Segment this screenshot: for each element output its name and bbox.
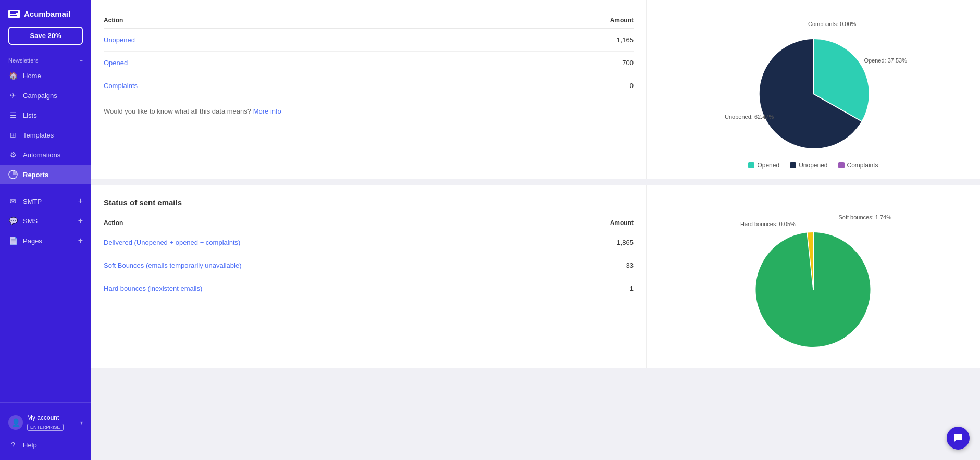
enterprise-badge: ENTERPRISE bbox=[27, 424, 64, 431]
action-cell: Opened bbox=[104, 52, 416, 74]
svg-rect-2 bbox=[10, 15, 17, 16]
action-cell: Delivered (Unopened + opened + complaint… bbox=[104, 231, 556, 254]
pages-label: Pages bbox=[23, 237, 42, 245]
legend-unopened-label: Unopened bbox=[799, 161, 827, 169]
sidebar-label-reports: Reports bbox=[23, 171, 48, 179]
sidebar-label-campaigns: Campaigns bbox=[23, 92, 57, 100]
action-cell: Complaints bbox=[104, 74, 416, 97]
bottom-table-section: Status of sent emails Action Amount Deli… bbox=[91, 185, 647, 368]
home-icon: 🏠 bbox=[8, 71, 18, 80]
top-col1-header: Action bbox=[104, 13, 416, 29]
table-row: Hard bounces (inexistent emails)1 bbox=[104, 277, 634, 300]
amount-cell: 0 bbox=[416, 74, 634, 97]
table-row: Delivered (Unopened + opened + complaint… bbox=[104, 231, 634, 254]
table-row: Opened700 bbox=[104, 52, 634, 74]
sidebar-label-automations: Automations bbox=[23, 151, 60, 159]
app-name: Acumbamail bbox=[24, 9, 70, 18]
save-button[interactable]: Save 20% bbox=[8, 27, 83, 45]
sidebar-item-home[interactable]: 🏠 Home bbox=[0, 66, 91, 85]
pie-chart-2 bbox=[730, 206, 897, 357]
smtp-expand-icon: + bbox=[78, 196, 83, 206]
account-avatar: 👤 bbox=[8, 415, 23, 430]
sidebar: Acumbamail Save 20% Newsletters − 🏠 Home… bbox=[0, 0, 91, 460]
sidebar-item-lists[interactable]: ☰ Lists bbox=[0, 105, 91, 125]
table-row: Complaints0 bbox=[104, 74, 634, 97]
app-logo: Acumbamail bbox=[0, 0, 91, 24]
legend-opened: Opened bbox=[748, 161, 779, 169]
bottom-col1-header: Action bbox=[104, 215, 556, 231]
legend-unopened: Unopened bbox=[790, 161, 827, 169]
pie-chart-1-wrapper: Complaints: 0.00% Opened: 37.53% Unopene… bbox=[730, 16, 897, 161]
table-row: Soft Bounces (emails temporarily unavail… bbox=[104, 254, 634, 277]
campaigns-icon: ✈ bbox=[8, 91, 18, 100]
svg-rect-1 bbox=[10, 13, 16, 14]
pie1-label-unopened: Unopened: 62.47% bbox=[725, 114, 774, 120]
sidebar-item-smtp[interactable]: ✉ SMTP + bbox=[0, 191, 91, 211]
sidebar-item-sms[interactable]: 💬 SMS + bbox=[0, 211, 91, 231]
pie-chart-2-wrapper: Soft bounces: 1.74% Hard bounces: 0.05% bbox=[730, 206, 897, 357]
smtp-label: SMTP bbox=[23, 197, 42, 205]
top-chart-section: Complaints: 0.00% Opened: 37.53% Unopene… bbox=[647, 0, 980, 179]
sidebar-item-automations[interactable]: ⚙ Automations bbox=[0, 145, 91, 165]
my-account-section[interactable]: 👤 My account ENTERPRISE ▾ bbox=[0, 409, 91, 436]
sidebar-label-templates: Templates bbox=[23, 131, 54, 139]
pie2-label-hardbounces: Hard bounces: 0.05% bbox=[740, 221, 796, 227]
amount-cell: 700 bbox=[416, 52, 634, 74]
legend-opened-dot bbox=[748, 162, 754, 168]
pie1-label-opened: Opened: 37.53% bbox=[864, 57, 907, 64]
sidebar-label-home: Home bbox=[23, 72, 41, 80]
sidebar-section: Newsletters − bbox=[0, 53, 91, 66]
pie1-label-complaints: Complaints: 0.00% bbox=[808, 21, 856, 27]
collapse-icon[interactable]: − bbox=[80, 57, 83, 64]
top-section: Action Amount Unopened1,165Opened700Comp… bbox=[91, 0, 980, 179]
sms-label: SMS bbox=[23, 217, 38, 225]
amount-cell: 33 bbox=[556, 254, 634, 277]
bottom-section: Status of sent emails Action Amount Deli… bbox=[91, 185, 980, 368]
pie-chart-1 bbox=[730, 16, 897, 161]
sidebar-item-templates[interactable]: ⊞ Templates bbox=[0, 125, 91, 145]
table-row: Unopened1,165 bbox=[104, 29, 634, 52]
pie2-label-softbounces: Soft bounces: 1.74% bbox=[838, 214, 891, 220]
legend-complaints-dot bbox=[838, 162, 845, 168]
legend-unopened-dot bbox=[790, 162, 796, 168]
section-label: Newsletters bbox=[8, 57, 38, 64]
account-name: My account bbox=[27, 414, 76, 421]
amount-cell: 1,865 bbox=[556, 231, 634, 254]
bottom-section-title: Status of sent emails bbox=[104, 198, 634, 207]
action-cell: Hard bounces (inexistent emails) bbox=[104, 277, 556, 300]
logo-icon bbox=[8, 10, 20, 18]
info-text-label: Would you like to know what all this dat… bbox=[104, 107, 251, 115]
bottom-col2-header: Amount bbox=[556, 215, 634, 231]
help-item[interactable]: ? Help bbox=[0, 436, 91, 454]
help-icon: ? bbox=[8, 440, 18, 450]
automations-icon: ⚙ bbox=[8, 150, 18, 159]
lists-icon: ☰ bbox=[8, 110, 18, 120]
top-table-section: Action Amount Unopened1,165Opened700Comp… bbox=[91, 0, 647, 179]
sms-icon: 💬 bbox=[8, 216, 18, 226]
action-cell: Soft Bounces (emails temporarily unavail… bbox=[104, 254, 556, 277]
smtp-icon: ✉ bbox=[8, 196, 18, 206]
account-info: My account ENTERPRISE bbox=[27, 414, 76, 431]
bottom-chart-section: Soft bounces: 1.74% Hard bounces: 0.05% bbox=[647, 185, 980, 368]
sidebar-item-campaigns[interactable]: ✈ Campaigns bbox=[0, 85, 91, 105]
legend-opened-label: Opened bbox=[757, 161, 779, 169]
sidebar-label-lists: Lists bbox=[23, 111, 37, 119]
chat-bubble-button[interactable] bbox=[947, 427, 970, 450]
bottom-data-table: Action Amount Delivered (Unopened + open… bbox=[104, 215, 634, 300]
more-info-link[interactable]: More info bbox=[253, 107, 281, 115]
sidebar-item-reports[interactable]: Reports bbox=[0, 165, 91, 184]
amount-cell: 1,165 bbox=[416, 29, 634, 52]
pages-expand-icon: + bbox=[78, 236, 83, 245]
sidebar-item-pages[interactable]: 📄 Pages + bbox=[0, 231, 91, 251]
top-col2-header: Amount bbox=[416, 13, 634, 29]
pie1-legend: Opened Unopened Complaints bbox=[748, 161, 878, 169]
svg-rect-0 bbox=[10, 11, 18, 13]
legend-complaints-label: Complaints bbox=[847, 161, 878, 169]
info-text-section: Would you like to know what all this dat… bbox=[104, 107, 634, 115]
pages-icon: 📄 bbox=[8, 236, 18, 245]
main-content: Action Amount Unopened1,165Opened700Comp… bbox=[91, 0, 980, 460]
reports-icon bbox=[8, 170, 18, 179]
help-label: Help bbox=[23, 441, 37, 449]
account-chevron-icon: ▾ bbox=[80, 420, 83, 426]
top-data-table: Action Amount Unopened1,165Opened700Comp… bbox=[104, 13, 634, 97]
